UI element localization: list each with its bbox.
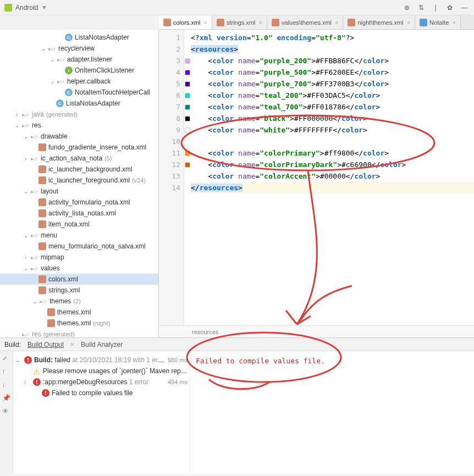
xml-file-icon xyxy=(38,176,46,184)
tree-item[interactable]: ▸▱res(generated) xyxy=(0,329,158,337)
check-icon[interactable]: ✓ xyxy=(2,355,11,363)
dropdown-icon[interactable]: ▼ xyxy=(41,4,47,10)
line-number: 5 xyxy=(159,78,184,90)
tree-item[interactable]: activity_formulario_nota.xml xyxy=(0,197,158,208)
up-icon[interactable]: ↑ xyxy=(2,368,11,377)
close-icon[interactable]: × xyxy=(335,19,338,26)
tab-build-analyzer[interactable]: Build Analyzer xyxy=(81,341,123,348)
code-line[interactable]: <color name="white">#FFFFFFFF</color> xyxy=(191,124,474,136)
editor-tab[interactable]: night\themes.xml× xyxy=(343,15,415,29)
code-line[interactable]: <color name="teal_700">#FF018786</color> xyxy=(191,101,474,113)
xml-file-icon xyxy=(47,319,55,327)
tree-item[interactable]: menu_formulario_nota_salva.xml xyxy=(0,241,158,252)
gear-icon[interactable]: ✿ xyxy=(444,2,455,13)
tree-item[interactable]: colors.xml xyxy=(0,274,158,285)
close-icon[interactable]: × xyxy=(259,19,262,26)
breadcrumb[interactable]: resources xyxy=(159,325,474,337)
tree-item[interactable]: ⌄▸▱adapter.listener xyxy=(0,54,158,65)
tree-item[interactable]: item_nota.xml xyxy=(0,219,158,230)
code-line[interactable]: </resources> xyxy=(191,182,474,193)
tree-item[interactable]: ›▸▱ic_action_salva_nota(5) xyxy=(0,153,158,164)
tree-item[interactable]: IOnItemClickListener xyxy=(0,65,158,76)
expand-arrow-icon[interactable]: › xyxy=(22,254,30,261)
close-icon[interactable]: × xyxy=(453,19,456,26)
tree-item[interactable]: CNotaItemTouchHelperCall xyxy=(0,87,158,98)
tree-item[interactable]: ›▸▱mipmap xyxy=(0,252,158,263)
pin-icon[interactable]: 📌 xyxy=(2,394,11,403)
build-row[interactable]: ⌄!Build: failed at 20/10/2021 18:19 with… xyxy=(15,355,188,366)
expand-arrow-icon[interactable]: ⌄ xyxy=(22,265,30,272)
code-line[interactable]: <color name="purple_700">#FF3700B3</colo… xyxy=(191,78,474,90)
tab-label: NotaIte xyxy=(429,19,449,26)
code-line[interactable] xyxy=(191,136,474,147)
code-area[interactable]: <?xml version="1.0" encoding="utf-8"?><r… xyxy=(191,30,474,325)
tree-item[interactable]: ⌄▸▱recyclerview xyxy=(0,43,158,54)
tree-item[interactable]: ›▸▱java(generated) xyxy=(0,109,158,120)
project-tree[interactable]: CListaNotasAdapter⌄▸▱recyclerview⌄▸▱adap… xyxy=(0,30,159,337)
editor-tab[interactable]: NotaIte× xyxy=(415,15,461,29)
editor-tab[interactable]: values\themes.xml× xyxy=(267,15,344,29)
tree-item[interactable]: themes.xml xyxy=(0,307,158,318)
code-line[interactable]: <color name="colorPrimary">#ff9800</colo… xyxy=(191,147,474,159)
expand-arrow-icon[interactable]: › xyxy=(22,156,30,162)
expand-arrow-icon[interactable]: ⌄ xyxy=(31,298,38,305)
tree-item[interactable]: activity_lista_notas.xml xyxy=(0,208,158,219)
warning-icon: ⚠ xyxy=(33,367,41,375)
expand-arrow-icon[interactable]: ⌄ xyxy=(48,79,56,85)
editor-tab[interactable]: strings.xml× xyxy=(212,15,267,29)
tree-item[interactable]: ic_launcher_foreground.xml(v24) xyxy=(0,175,158,186)
target-icon[interactable]: ⊕ xyxy=(401,2,412,13)
build-row[interactable]: ⚠Please remove usages of `jcenter()` Mav… xyxy=(15,366,188,377)
build-row[interactable]: !Failed to compile values file xyxy=(15,388,188,398)
tree-item[interactable]: CListaNotasAdapter xyxy=(0,32,158,43)
close-icon[interactable]: × xyxy=(204,19,207,26)
expand-arrow-icon[interactable]: ⌄ xyxy=(13,123,21,129)
code-line[interactable]: <color name="colorAccent">#00000</color> xyxy=(191,170,474,182)
expand-arrow-icon[interactable]: ⌄ xyxy=(48,57,56,63)
folder-icon: ▸▱ xyxy=(56,55,65,64)
tree-item[interactable]: ⌄▸▱menu xyxy=(0,230,158,241)
expand-arrow-icon[interactable]: ⌄ xyxy=(40,46,47,52)
code-line[interactable]: <color name="teal_200">#FF03DAC5</color> xyxy=(191,90,474,101)
code-line[interactable]: <color name="purple_200">#FFBB86FC</colo… xyxy=(191,55,474,67)
code-line[interactable]: <color name="black">#FF000000</color> xyxy=(191,113,474,124)
tab-label: colors.xml xyxy=(173,19,201,26)
tree-item[interactable]: ⌄▸▱layout xyxy=(0,186,158,197)
expand-arrow-icon[interactable]: ⌄ xyxy=(22,233,30,239)
tree-item[interactable]: ⌄▸▱values xyxy=(0,263,158,274)
expand-arrow-icon[interactable]: › xyxy=(13,112,21,118)
tree-item[interactable]: strings.xml xyxy=(0,285,158,296)
tree-item[interactable]: ⌄▸▱res xyxy=(0,120,158,131)
tab-close[interactable]: × xyxy=(70,341,74,348)
code-line[interactable]: <color name="purple_500">#FF6200EE</colo… xyxy=(191,67,474,78)
code-line[interactable]: <?xml version="1.0" encoding="utf-8"?> xyxy=(191,32,474,43)
line-number: 9 xyxy=(159,124,184,136)
collapse-icon[interactable]: — xyxy=(459,2,470,13)
tree-item[interactable]: CListaNotasAdapter xyxy=(0,98,158,109)
tree-item[interactable]: ⌄▸▱drawable xyxy=(0,131,158,142)
code-editor[interactable]: 1234567891011121314 <?xml version="1.0" … xyxy=(159,30,474,337)
tree-item[interactable]: fundo_gradiente_insere_nota.xml xyxy=(0,142,158,153)
code-line[interactable]: <resources> xyxy=(191,43,474,55)
editor-tab[interactable]: colors.xml× xyxy=(159,15,212,29)
build-row[interactable]: ›!:app:mergeDebugResources 1 error494 ms xyxy=(15,377,188,388)
tree-label: mipmap xyxy=(41,253,64,261)
eye-icon[interactable]: 👁 xyxy=(2,407,11,416)
file-icon xyxy=(272,19,279,26)
close-icon[interactable]: × xyxy=(407,19,410,26)
expand-arrow-icon[interactable]: ⌄ xyxy=(22,189,30,195)
expand-arrow-icon[interactable]: ⌄ xyxy=(22,134,30,140)
tab-build-output[interactable]: Build Output xyxy=(27,341,64,348)
sort-icon[interactable]: ⇅ xyxy=(416,2,427,13)
expand-arrow-icon[interactable]: › xyxy=(24,379,31,385)
tree-item[interactable]: ⌄▸▱themes(2) xyxy=(0,296,158,307)
code-line[interactable]: <color name="colorPrimaryDark">#c66900</… xyxy=(191,159,474,170)
build-output-tree[interactable]: ⌄!Build: failed at 20/10/2021 18:19 with… xyxy=(13,351,190,474)
project-view-label[interactable]: Android xyxy=(15,4,38,12)
expand-arrow-icon[interactable]: ⌄ xyxy=(15,357,22,363)
tab-label: strings.xml xyxy=(227,19,256,26)
down-icon[interactable]: ↓ xyxy=(2,381,11,390)
tree-item[interactable]: themes.xml(night) xyxy=(0,318,158,329)
tree-item[interactable]: ⌄▸▱helper.callback xyxy=(0,76,158,87)
tree-item[interactable]: ic_launcher_background.xml xyxy=(0,164,158,175)
